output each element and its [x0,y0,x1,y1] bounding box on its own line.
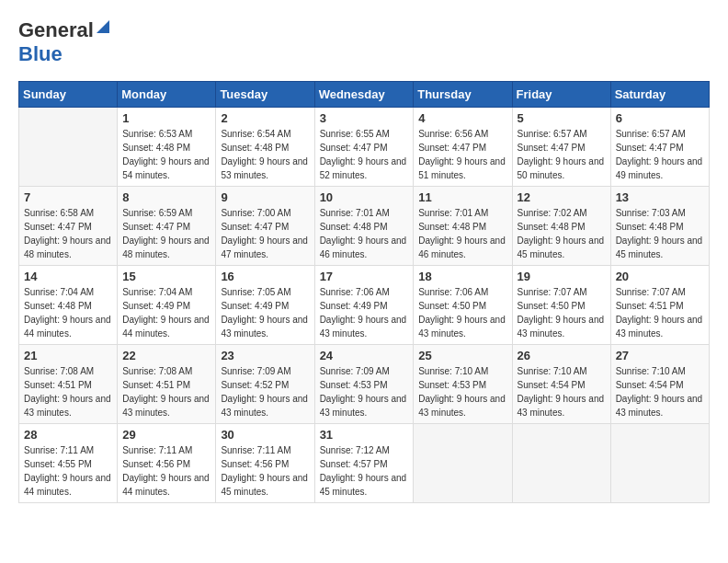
calendar-cell: 6 Sunrise: 6:57 AM Sunset: 4:47 PM Dayli… [610,108,709,187]
day-info: Sunrise: 7:08 AM Sunset: 4:51 PM Dayligh… [24,364,112,419]
day-number: 9 [221,190,309,204]
day-number: 21 [24,349,112,362]
svg-marker-0 [97,20,109,33]
day-info: Sunrise: 6:58 AM Sunset: 4:47 PM Dayligh… [24,206,112,261]
day-info: Sunrise: 6:59 AM Sunset: 4:47 PM Dayligh… [122,206,210,261]
day-info: Sunrise: 7:10 AM Sunset: 4:54 PM Dayligh… [616,364,704,419]
calendar-cell: 15 Sunrise: 7:04 AM Sunset: 4:49 PM Dayl… [118,266,216,345]
calendar-cell: 30 Sunrise: 7:11 AM Sunset: 4:56 PM Dayl… [216,424,314,503]
day-info: Sunrise: 7:10 AM Sunset: 4:54 PM Dayligh… [518,364,606,419]
calendar-cell: 23 Sunrise: 7:09 AM Sunset: 4:52 PM Dayl… [216,345,314,424]
day-number: 17 [320,270,409,283]
calendar-cell: 10 Sunrise: 7:01 AM Sunset: 4:48 PM Dayl… [314,187,414,266]
calendar-cell: 9 Sunrise: 7:00 AM Sunset: 4:47 PM Dayli… [216,187,314,266]
day-info: Sunrise: 7:09 AM Sunset: 4:53 PM Dayligh… [320,364,409,419]
column-header-thursday: Thursday [414,82,512,108]
page-header: General Blue [18,18,710,66]
day-info: Sunrise: 7:06 AM Sunset: 4:50 PM Dayligh… [418,285,506,340]
calendar-cell [19,108,118,187]
column-header-friday: Friday [512,82,610,108]
calendar-week-4: 21 Sunrise: 7:08 AM Sunset: 4:51 PM Dayl… [19,345,710,424]
calendar-cell: 13 Sunrise: 7:03 AM Sunset: 4:48 PM Dayl… [610,187,709,266]
calendar-cell: 1 Sunrise: 6:53 AM Sunset: 4:48 PM Dayli… [118,108,216,187]
day-info: Sunrise: 7:08 AM Sunset: 4:51 PM Dayligh… [122,364,210,419]
calendar-cell: 26 Sunrise: 7:10 AM Sunset: 4:54 PM Dayl… [512,345,610,424]
day-info: Sunrise: 7:07 AM Sunset: 4:50 PM Dayligh… [518,285,606,340]
day-info: Sunrise: 7:11 AM Sunset: 4:55 PM Dayligh… [24,443,112,499]
day-number: 25 [418,349,506,362]
day-info: Sunrise: 7:04 AM Sunset: 4:49 PM Dayligh… [122,285,210,340]
calendar-cell: 19 Sunrise: 7:07 AM Sunset: 4:50 PM Dayl… [512,266,610,345]
day-number: 15 [122,270,210,283]
calendar-cell: 18 Sunrise: 7:06 AM Sunset: 4:50 PM Dayl… [414,266,512,345]
day-number: 1 [122,111,210,125]
calendar-cell: 16 Sunrise: 7:05 AM Sunset: 4:49 PM Dayl… [216,266,314,345]
day-number: 4 [418,111,506,125]
day-number: 8 [122,190,210,204]
calendar-cell: 12 Sunrise: 7:02 AM Sunset: 4:48 PM Dayl… [512,187,610,266]
day-info: Sunrise: 7:07 AM Sunset: 4:51 PM Dayligh… [616,285,704,340]
day-number: 22 [122,349,210,362]
calendar-cell: 3 Sunrise: 6:55 AM Sunset: 4:47 PM Dayli… [314,108,414,187]
calendar-cell: 8 Sunrise: 6:59 AM Sunset: 4:47 PM Dayli… [118,187,216,266]
day-number: 28 [24,428,112,442]
day-number: 14 [24,270,112,283]
day-number: 7 [24,190,112,204]
day-info: Sunrise: 6:57 AM Sunset: 4:47 PM Dayligh… [616,127,704,182]
day-number: 3 [320,111,409,125]
day-number: 5 [518,111,606,125]
calendar-cell: 22 Sunrise: 7:08 AM Sunset: 4:51 PM Dayl… [118,345,216,424]
calendar-cell: 7 Sunrise: 6:58 AM Sunset: 4:47 PM Dayli… [19,187,118,266]
day-info: Sunrise: 7:06 AM Sunset: 4:49 PM Dayligh… [320,285,409,340]
logo: General Blue [18,18,109,66]
day-number: 16 [221,270,309,283]
calendar-cell: 29 Sunrise: 7:11 AM Sunset: 4:56 PM Dayl… [118,424,216,503]
calendar-cell [414,424,512,503]
day-info: Sunrise: 7:01 AM Sunset: 4:48 PM Dayligh… [418,206,506,261]
day-number: 13 [616,190,704,204]
day-number: 12 [518,190,606,204]
day-info: Sunrise: 6:54 AM Sunset: 4:48 PM Dayligh… [221,127,309,182]
day-info: Sunrise: 7:03 AM Sunset: 4:48 PM Dayligh… [616,206,704,261]
calendar-cell: 31 Sunrise: 7:12 AM Sunset: 4:57 PM Dayl… [314,424,414,503]
calendar-header-row: SundayMondayTuesdayWednesdayThursdayFrid… [19,82,710,108]
column-header-saturday: Saturday [610,82,709,108]
logo-icon [97,17,109,33]
calendar-cell: 17 Sunrise: 7:06 AM Sunset: 4:49 PM Dayl… [314,266,414,345]
day-info: Sunrise: 7:09 AM Sunset: 4:52 PM Dayligh… [221,364,309,419]
calendar-cell: 21 Sunrise: 7:08 AM Sunset: 4:51 PM Dayl… [19,345,118,424]
calendar-week-1: 1 Sunrise: 6:53 AM Sunset: 4:48 PM Dayli… [19,108,710,187]
calendar-cell: 2 Sunrise: 6:54 AM Sunset: 4:48 PM Dayli… [216,108,314,187]
column-header-tuesday: Tuesday [216,82,314,108]
day-number: 27 [616,349,704,362]
day-info: Sunrise: 7:02 AM Sunset: 4:48 PM Dayligh… [518,206,606,261]
calendar-cell: 27 Sunrise: 7:10 AM Sunset: 4:54 PM Dayl… [610,345,709,424]
calendar-cell: 14 Sunrise: 7:04 AM Sunset: 4:48 PM Dayl… [19,266,118,345]
day-number: 26 [518,349,606,362]
day-number: 18 [418,270,506,283]
day-info: Sunrise: 7:00 AM Sunset: 4:47 PM Dayligh… [221,206,309,261]
day-info: Sunrise: 6:55 AM Sunset: 4:47 PM Dayligh… [320,127,409,182]
calendar-cell: 28 Sunrise: 7:11 AM Sunset: 4:55 PM Dayl… [19,424,118,503]
calendar-cell: 20 Sunrise: 7:07 AM Sunset: 4:51 PM Dayl… [610,266,709,345]
day-number: 30 [221,428,309,442]
day-info: Sunrise: 7:12 AM Sunset: 4:57 PM Dayligh… [320,443,409,499]
calendar-table: SundayMondayTuesdayWednesdayThursdayFrid… [18,81,710,503]
day-number: 23 [221,349,309,362]
day-info: Sunrise: 7:11 AM Sunset: 4:56 PM Dayligh… [221,443,309,499]
logo-general-text: General [18,18,94,42]
calendar-cell: 5 Sunrise: 6:57 AM Sunset: 4:47 PM Dayli… [512,108,610,187]
column-header-monday: Monday [118,82,216,108]
day-number: 20 [616,270,704,283]
day-info: Sunrise: 7:05 AM Sunset: 4:49 PM Dayligh… [221,285,309,340]
day-number: 10 [320,190,409,204]
column-header-sunday: Sunday [19,82,118,108]
calendar-cell [610,424,709,503]
day-number: 19 [518,270,606,283]
calendar-cell: 11 Sunrise: 7:01 AM Sunset: 4:48 PM Dayl… [414,187,512,266]
day-info: Sunrise: 7:11 AM Sunset: 4:56 PM Dayligh… [122,443,210,499]
column-header-wednesday: Wednesday [314,82,414,108]
day-number: 6 [616,111,704,125]
day-number: 29 [122,428,210,442]
day-info: Sunrise: 6:53 AM Sunset: 4:48 PM Dayligh… [122,127,210,182]
